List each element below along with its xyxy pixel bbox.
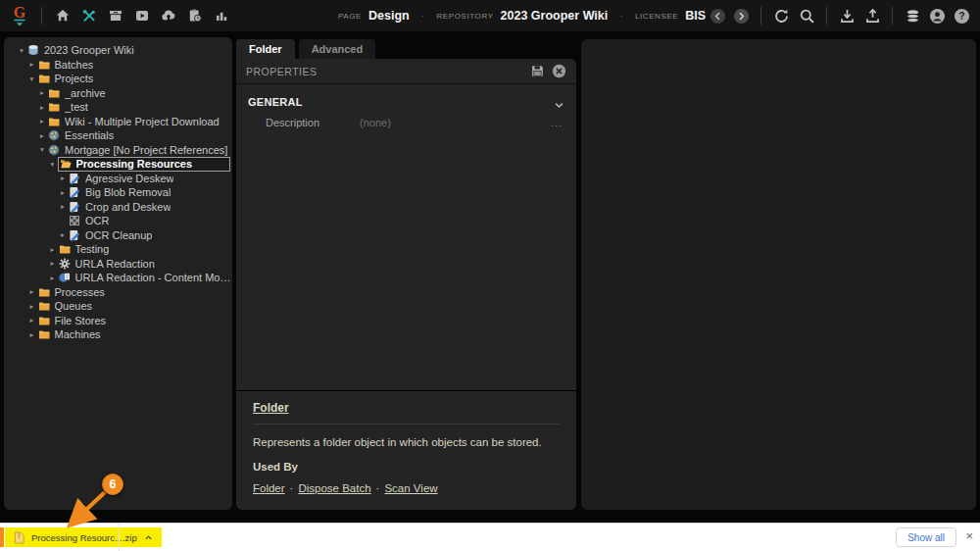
tree-item-label: Batches (55, 59, 94, 71)
expander-collapsed-icon[interactable]: ▸ (27, 60, 37, 69)
archive-box-icon[interactable] (107, 7, 124, 25)
link-separator: · (376, 482, 380, 494)
expander-collapsed-icon[interactable]: ▸ (58, 230, 68, 239)
general-section-header[interactable]: GENERAL (236, 96, 576, 108)
close-circle-icon[interactable] (552, 64, 566, 78)
used-by-link[interactable]: Folder (253, 482, 285, 494)
refresh-icon[interactable] (772, 7, 790, 25)
close-downloads-icon[interactable]: × (965, 529, 973, 542)
grooper-logo-icon[interactable]: G (10, 3, 29, 28)
expander-collapsed-icon[interactable]: ▸ (27, 302, 37, 311)
tree-item-label: OCR Cleanup (85, 229, 152, 241)
expander-expanded-icon[interactable]: ▾ (37, 145, 47, 154)
tree-item-label: Crop and Deskew (85, 201, 171, 213)
description-property-row[interactable]: Description (none) ... (236, 117, 576, 128)
tree-item[interactable]: ▸Essentials (4, 128, 232, 143)
expander-collapsed-icon[interactable]: ▸ (48, 245, 58, 254)
toolbar-divider (41, 7, 42, 25)
chevron-up-icon[interactable] (144, 533, 153, 542)
help-panel: Folder Represents a folder object in whi… (236, 390, 576, 510)
tree-item[interactable]: ▸Machines (4, 327, 232, 342)
nav-history-icons (709, 7, 750, 25)
breadcrumb-separator: · (619, 10, 623, 22)
upload-icon[interactable] (863, 7, 881, 25)
tree-item[interactable]: ▸Queues (4, 299, 232, 314)
licensee-label: LICENSEE (635, 12, 678, 21)
tree-item-label: Essentials (65, 129, 114, 141)
batch-play-icon[interactable] (133, 7, 151, 25)
tree-item[interactable]: ▸Agressive Deskew (4, 172, 232, 186)
folder-icon (38, 73, 51, 84)
expander-collapsed-icon[interactable]: ▸ (37, 103, 47, 112)
tree-item[interactable]: ▾Projects (4, 72, 232, 86)
back-icon[interactable] (709, 7, 726, 25)
tree-item[interactable]: ▸Processes (4, 285, 232, 300)
tree-item[interactable]: ▸_archive (4, 86, 232, 101)
cloud-upload-icon[interactable] (160, 7, 177, 25)
tree-item[interactable]: ▸URLA Redaction - Content Model (4, 271, 232, 285)
top-bar: G PAGE Design · REPOSITORY 2023 Grooper … (0, 0, 980, 31)
tree-item[interactable]: ▸Testing (4, 242, 232, 257)
highlight-strip (0, 527, 4, 547)
account-icon[interactable] (928, 7, 946, 25)
tab-advanced[interactable]: Advanced (299, 39, 376, 59)
general-section-title: GENERAL (248, 96, 303, 108)
chevron-down-icon[interactable] (554, 97, 564, 108)
expander-collapsed-icon[interactable]: ▸ (37, 131, 47, 140)
help-icon[interactable]: ? (953, 7, 970, 25)
tree-item[interactable]: ▾Processing Resources (4, 157, 232, 172)
tree-item[interactable]: ▸OCR Cleanup (4, 228, 232, 243)
tree-item[interactable]: ▾2023 Grooper Wiki (4, 43, 232, 58)
expander-collapsed-icon[interactable]: ▸ (58, 174, 68, 182)
expander-collapsed-icon[interactable]: ▸ (58, 202, 68, 211)
used-by-link[interactable]: Dispose Batch (298, 482, 370, 494)
tree-item[interactable]: ▸Crop and Deskew (4, 200, 232, 215)
ip-icon (69, 173, 81, 184)
show-all-button[interactable]: Show all (896, 527, 956, 547)
bar-chart-icon[interactable] (213, 7, 230, 25)
expander-collapsed-icon[interactable]: ▸ (48, 259, 58, 268)
description-label: Description (266, 117, 360, 128)
toolbar-divider (892, 7, 893, 25)
properties-panel: PROPERTIES GENERAL (236, 59, 576, 510)
clipboard-clock-icon[interactable] (186, 7, 204, 25)
transfer-icons (838, 7, 881, 25)
expander-collapsed-icon[interactable]: ▸ (37, 88, 47, 97)
forward-icon[interactable] (732, 7, 750, 25)
toolbar-left-icons (54, 7, 230, 25)
tree-item-label: Agressive Deskew (85, 173, 173, 184)
expander-collapsed-icon[interactable]: ▸ (48, 274, 58, 282)
database-icon[interactable] (904, 7, 921, 25)
tab-folder[interactable]: Folder (236, 39, 295, 59)
used-by-link[interactable]: Scan View (384, 482, 437, 494)
expander-expanded-icon[interactable]: ▾ (48, 160, 58, 169)
tree-item[interactable]: ▸Batches (4, 58, 232, 73)
home-icon[interactable] (54, 7, 72, 25)
expander-collapsed-icon[interactable]: ▸ (58, 188, 68, 197)
tree-item[interactable]: ▸Wiki - Multiple Project Download (4, 115, 232, 129)
help-divider (253, 424, 560, 425)
top-bar-breadcrumb: PAGE Design · REPOSITORY 2023 Grooper Wi… (338, 0, 706, 31)
expander-collapsed-icon[interactable]: ▸ (27, 316, 37, 325)
tree-item[interactable]: ▸File Stores (4, 314, 232, 328)
selected-tree-item-box[interactable]: Processing Resources (58, 157, 231, 172)
account-help-icons: ? (904, 7, 970, 25)
search-icon[interactable] (798, 7, 815, 25)
help-title: Folder (253, 401, 560, 415)
expander-expanded-icon[interactable]: ▾ (27, 75, 37, 83)
expander-collapsed-icon[interactable]: ▸ (27, 330, 37, 339)
toolbar-divider (760, 7, 761, 25)
save-icon[interactable] (530, 64, 545, 78)
expander-collapsed-icon[interactable]: ▸ (27, 287, 37, 296)
tree-item[interactable]: ▸URLA Redaction (4, 257, 232, 272)
tree-item[interactable]: ▸_test (4, 100, 232, 115)
expander-collapsed-icon[interactable]: ▸ (37, 117, 47, 125)
description-editor-button[interactable]: ... (551, 117, 563, 128)
tree-item[interactable]: OCR (4, 214, 232, 228)
expander-expanded-icon[interactable]: ▾ (17, 46, 26, 55)
tree-item[interactable]: ▸Big Blob Removal (4, 185, 232, 200)
tools-icon[interactable] (80, 7, 98, 25)
tree-item[interactable]: ▾Mortgage [No Project References] (4, 143, 232, 158)
top-bar-right: ? (709, 0, 970, 31)
download-icon[interactable] (838, 7, 856, 25)
